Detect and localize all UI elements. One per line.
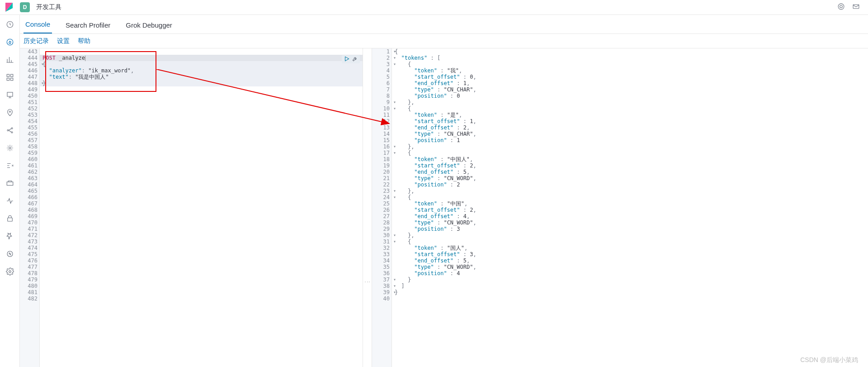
svg-rect-4 [853, 5, 859, 9]
metrics-icon[interactable] [6, 144, 14, 153]
svg-point-12 [9, 111, 10, 112]
watermark: CSDN @后端小菜鸡 [800, 356, 858, 364]
play-icon[interactable] [344, 56, 350, 63]
logs-icon[interactable] [6, 162, 14, 171]
svg-point-16 [9, 147, 11, 149]
subtab-settings[interactable]: 设置 [57, 37, 70, 45]
app-badge[interactable]: D [20, 2, 30, 12]
uptime-icon[interactable] [6, 197, 14, 206]
apm-icon[interactable] [6, 179, 14, 189]
svg-marker-20 [345, 57, 349, 61]
visualize-icon[interactable] [6, 56, 14, 65]
app-title: 开发工具 [36, 3, 61, 11]
svg-point-13 [7, 130, 9, 131]
tab-console[interactable]: Console [24, 16, 52, 33]
top-bar: D 开发工具 [0, 0, 868, 15]
request-pane[interactable]: 4434444454464474484494504514524534544554… [20, 48, 363, 367]
recent-icon[interactable] [6, 20, 14, 30]
subtab-history[interactable]: 历史记录 [24, 37, 49, 45]
request-code[interactable]: POST _analyze{ "analyzer": "ik_max_word"… [42, 48, 363, 367]
request-gutter: 4434444454464474484494504514524534544554… [20, 48, 40, 367]
svg-point-6 [7, 39, 13, 45]
svg-rect-11 [7, 92, 13, 96]
siem-icon[interactable] [6, 214, 14, 224]
devtools-tabs: Console Search Profiler Grok Debugger [20, 15, 868, 34]
pane-splitter[interactable]: ⋮ [363, 48, 372, 367]
ml-icon[interactable] [6, 126, 14, 136]
svg-point-19 [9, 271, 11, 273]
svg-point-2 [838, 4, 844, 10]
svg-point-3 [840, 5, 843, 8]
kibana-logo[interactable] [4, 2, 14, 13]
svg-point-15 [11, 132, 13, 133]
response-code[interactable]: { "tokens" : [ { "token" : "我", "start_o… [395, 48, 868, 367]
svg-rect-9 [7, 78, 9, 81]
subtab-help[interactable]: 帮助 [78, 37, 90, 45]
console-subtabs: 历史记录 设置 帮助 [20, 34, 868, 48]
run-request-controls [342, 55, 360, 63]
svg-rect-7 [7, 74, 9, 76]
header-right-icons [837, 3, 860, 12]
drag-handle-icon: ⋮ [364, 279, 371, 286]
svg-point-14 [11, 128, 13, 129]
dashboard-icon[interactable] [6, 73, 14, 83]
discover-icon[interactable] [6, 38, 14, 48]
svg-rect-8 [10, 74, 13, 76]
wrench-icon[interactable] [352, 56, 358, 63]
svg-rect-10 [10, 78, 13, 81]
monitoring-icon[interactable] [6, 250, 14, 259]
maps-icon[interactable] [6, 109, 14, 118]
management-icon[interactable] [6, 267, 14, 277]
response-gutter: 1234567891011121314151617181920212223242… [372, 48, 392, 367]
svg-rect-18 [7, 218, 12, 222]
svg-rect-17 [7, 182, 13, 186]
response-pane[interactable]: 1234567891011121314151617181920212223242… [372, 48, 868, 367]
tab-search-profiler[interactable]: Search Profiler [64, 17, 112, 33]
help-icon[interactable] [837, 3, 845, 12]
editors-container: 4434444454464474484494504514524534544554… [20, 48, 868, 367]
devtools-icon[interactable] [6, 232, 14, 242]
left-nav [0, 15, 20, 367]
tab-grok-debugger[interactable]: Grok Debugger [124, 17, 174, 33]
canvas-icon[interactable] [6, 91, 14, 100]
mail-icon[interactable] [852, 3, 860, 12]
